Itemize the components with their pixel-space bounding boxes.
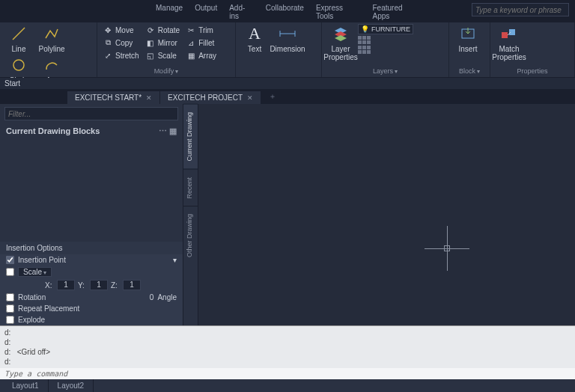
layer-dropdown[interactable]: 💡FURNITURE [358,24,413,34]
ribbon-tab[interactable]: Featured Apps [367,1,425,22]
app-window: Manage Output Add-ins Collaborate Expres… [0,0,575,392]
scale-icon: ◱ [145,50,156,61]
layout-tab[interactable]: Layout2 [49,379,94,392]
repeat-placement-label: Repeat Placement [18,304,79,313]
insertion-options-panel: Insertion Options Insertion Point▾ Scale… [0,242,183,325]
explode-label: Explode [18,316,45,324]
repeat-placement-checkbox[interactable] [6,304,14,313]
rotate-icon: ⟳ [145,25,156,35]
new-tab-button[interactable]: ＋ [261,89,285,104]
help-search-input[interactable] [472,3,569,16]
scale-y-input[interactable]: 1 [90,280,108,290]
crosshair-cursor [425,226,469,271]
layout-tab-strip: Layout1 Layout2 [0,379,575,392]
scale-z-input[interactable]: 1 [123,280,141,290]
scale-x-input[interactable]: 1 [57,280,75,290]
trim-button[interactable]: ✂Trim [183,24,219,36]
move-button[interactable]: ✥Move [100,24,142,36]
rotation-angle-input[interactable]: 0 [150,293,154,301]
quick-access-bar: Start [0,78,575,89]
scale-button[interactable]: ◱Scale [143,49,182,61]
polyline-button[interactable]: Polyline [36,24,67,54]
line-button[interactable]: Line [3,24,34,54]
stretch-button[interactable]: ⤢Stretch [100,49,142,61]
scale-dropdown[interactable]: Scale [18,267,52,277]
text-icon: A [246,25,264,43]
layout-tab[interactable]: Layout1 [3,379,49,392]
document-tab[interactable]: EXCITECH PROJECT✕ [160,91,261,104]
rotation-label: Rotation [18,293,46,301]
insertion-options-header[interactable]: Insertion Options [0,242,183,254]
copy-icon: ⧉ [103,37,113,48]
insertion-point-checkbox[interactable] [6,256,14,264]
angle-label: Angle [157,293,177,301]
blocks-palette: Current Drawing Blocks ⋯ ▦ Insertion Opt… [0,104,183,325]
fillet-button[interactable]: ⊿Fillet [183,37,219,49]
document-tab[interactable]: EXCITECH START*✕ [67,91,160,104]
close-icon[interactable]: ✕ [146,94,152,102]
svg-rect-7 [509,29,515,35]
dimension-button[interactable]: Dimension [272,24,303,54]
side-tab-other-drawing[interactable]: Other Drawing [183,206,198,265]
ribbon-tab[interactable]: Add-ins [223,1,260,22]
layer-tools-grid[interactable] [358,36,413,44]
rotate-button[interactable]: ⟳Rotate [143,24,182,36]
layer-properties-button[interactable]: Layer Properties [325,24,356,62]
insert-button[interactable]: Insert [452,24,484,54]
palette-options-icon[interactable]: ⋯ ▦ [159,126,177,136]
fillet-icon: ⊿ [186,37,196,48]
match-properties-button[interactable]: Match Properties [493,24,525,62]
array-icon: ▦ [186,50,196,61]
mirror-button[interactable]: ◧Mirror [143,37,182,49]
trim-icon: ✂ [186,25,196,35]
palette-filter-input[interactable] [4,107,178,120]
ribbon-tab[interactable]: Collaborate [260,1,310,22]
scale-xyz-row: X:1 Y:1 Z:1 [0,278,183,292]
side-tab-current-drawing[interactable]: Current Drawing [183,104,198,169]
palette-body [0,139,183,242]
command-input[interactable]: Type a command [0,368,575,379]
side-tab-recent[interactable]: Recent [183,169,198,206]
block-panel-label[interactable]: Block [452,67,487,76]
properties-panel-label: Properties [493,67,571,76]
stretch-icon: ⤢ [103,50,113,61]
lightbulb-icon: 💡 [361,25,369,33]
layer-tools-grid[interactable] [358,46,413,54]
svg-point-1 [13,60,24,70]
svg-line-0 [13,28,25,40]
ribbon-tab[interactable]: Manage [150,1,189,22]
mirror-icon: ◧ [145,37,156,48]
palette-title: Current Drawing Blocks ⋯ ▦ [0,123,183,139]
layers-panel-label[interactable]: Layers [325,67,445,76]
move-icon: ✥ [103,25,113,35]
ribbon-tab[interactable]: Output [189,1,223,22]
text-button[interactable]: AText [239,24,270,54]
ribbon: Line Polyline Circle Arc Draw ✥Move ⧉Cop… [0,22,575,78]
close-icon[interactable]: ✕ [247,94,253,102]
drawing-canvas[interactable] [198,104,575,325]
workspace: Current Drawing Blocks ⋯ ▦ Insertion Opt… [0,104,575,325]
scale-checkbox[interactable] [6,268,14,276]
ribbon-tab[interactable]: Express Tools [310,1,367,22]
insertion-point-label: Insertion Point [18,256,66,264]
command-history: d: d: d: <Grid off> d: [0,325,575,368]
document-tab-strip: EXCITECH START*✕ EXCITECH PROJECT✕ ＋ [0,89,575,104]
palette-side-tabs: Current Drawing Recent Other Drawing [183,104,198,325]
copy-button[interactable]: ⧉Copy [100,37,142,49]
start-tab[interactable]: Start [4,79,20,88]
rotation-checkbox[interactable] [6,293,14,301]
array-button[interactable]: ▦Array [183,49,219,61]
explode-checkbox[interactable] [6,316,14,324]
svg-rect-6 [502,32,508,38]
modify-panel-label[interactable]: Modify [100,67,232,76]
chevron-down-icon[interactable]: ▾ [173,256,177,264]
